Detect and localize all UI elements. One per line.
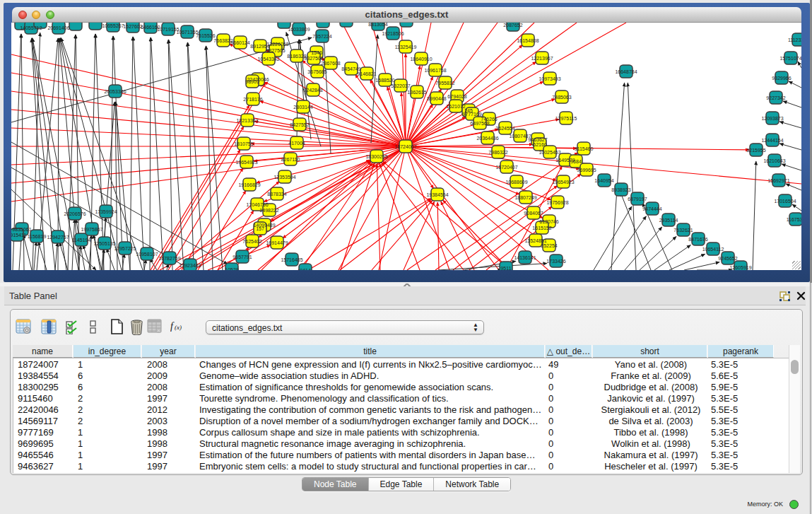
svg-text:9699695: 9699695 xyxy=(577,168,596,173)
svg-text:8660124: 8660124 xyxy=(230,40,249,45)
svg-text:6120746: 6120746 xyxy=(539,219,558,224)
svg-text:17016504: 17016504 xyxy=(774,199,796,204)
svg-text:9245652: 9245652 xyxy=(718,256,737,261)
svg-text:15751074: 15751074 xyxy=(779,56,801,61)
svg-text:15720407: 15720407 xyxy=(495,165,517,170)
svg-text:3624554: 3624554 xyxy=(495,126,514,131)
svg-text:12942757: 12942757 xyxy=(47,235,69,240)
svg-text:8454749: 8454749 xyxy=(341,66,360,71)
svg-text:18300295: 18300295 xyxy=(365,154,387,159)
svg-text:(x): (x) xyxy=(175,324,182,331)
svg-text:3915411: 3915411 xyxy=(11,233,26,238)
svg-text:19384554: 19384554 xyxy=(426,192,448,197)
svg-text:20053346: 20053346 xyxy=(104,89,126,94)
svg-text:10961758: 10961758 xyxy=(424,68,446,73)
svg-text:13226058: 13226058 xyxy=(266,42,288,47)
svg-text:9511: 9511 xyxy=(500,266,511,271)
svg-text:19654923: 19654923 xyxy=(235,160,257,165)
svg-text:7625402: 7625402 xyxy=(242,239,261,244)
svg-text:9835061: 9835061 xyxy=(12,227,31,232)
svg-text:8215955: 8215955 xyxy=(746,148,765,153)
svg-text:12213967: 12213967 xyxy=(531,56,553,61)
svg-text:1640954: 1640954 xyxy=(594,178,613,183)
svg-text:2718176: 2718176 xyxy=(243,97,262,102)
svg-text:12444154: 12444154 xyxy=(761,138,783,143)
svg-text:7986322: 7986322 xyxy=(488,150,507,155)
svg-text:18807249: 18807249 xyxy=(514,195,536,200)
svg-text:14136141: 14136141 xyxy=(514,255,536,260)
svg-text:12093873: 12093873 xyxy=(761,116,783,121)
svg-text:16914479: 16914479 xyxy=(266,240,288,245)
svg-text:5322037: 5322037 xyxy=(391,83,410,88)
svg-text:9657791: 9657791 xyxy=(233,255,252,259)
svg-text:9227342: 9227342 xyxy=(766,95,785,100)
svg-text:12975115: 12975115 xyxy=(555,116,577,121)
svg-text:12605919: 12605919 xyxy=(729,265,751,270)
svg-text:1615152: 1615152 xyxy=(532,226,551,230)
svg-text:157: 157 xyxy=(256,226,264,231)
svg-text:8990448: 8990448 xyxy=(427,96,446,101)
svg-text:10688609: 10688609 xyxy=(505,180,527,185)
svg-text:9084067: 9084067 xyxy=(524,211,543,216)
svg-text:18724007: 18724007 xyxy=(394,144,416,149)
svg-text:3675685: 3675685 xyxy=(307,69,326,74)
svg-text:17046766: 17046766 xyxy=(246,202,268,207)
svg-text:8427552: 8427552 xyxy=(290,122,309,127)
svg-text:19654923: 19654923 xyxy=(552,180,574,185)
svg-text:19975867: 19975867 xyxy=(81,227,102,232)
svg-text:10671355: 10671355 xyxy=(176,30,198,35)
svg-text:10529: 10529 xyxy=(225,267,239,271)
svg-text:17359924: 17359924 xyxy=(95,209,117,214)
svg-text:1621072: 1621072 xyxy=(446,104,465,109)
svg-text:13524851: 13524851 xyxy=(524,238,546,243)
svg-text:16154808: 16154808 xyxy=(517,38,539,43)
svg-text:19166829: 19166829 xyxy=(238,182,260,187)
svg-text:7632621: 7632621 xyxy=(673,228,693,233)
svg-text:15716485: 15716485 xyxy=(281,257,302,262)
svg-text:9327508: 9327508 xyxy=(304,56,323,61)
svg-text:6497568: 6497568 xyxy=(470,121,489,126)
svg-text:7357224: 7357224 xyxy=(312,34,331,39)
svg-text:10543342: 10543342 xyxy=(257,57,279,62)
svg-text:2935114: 2935114 xyxy=(659,218,678,223)
svg-text:62160: 62160 xyxy=(533,142,547,147)
svg-text:7515526: 7515526 xyxy=(196,33,215,38)
svg-text:2087652: 2087652 xyxy=(503,23,522,28)
svg-text:14055712: 14055712 xyxy=(20,25,42,30)
svg-text:9827505: 9827505 xyxy=(266,48,285,53)
svg-text:8471676: 8471676 xyxy=(688,237,707,242)
svg-text:11123357: 11123357 xyxy=(788,37,801,42)
svg-text:10654112: 10654112 xyxy=(702,247,724,252)
svg-text:16033809: 16033809 xyxy=(288,27,310,32)
svg-text:8878334: 8878334 xyxy=(267,192,286,197)
svg-text:9242848: 9242848 xyxy=(303,88,322,93)
svg-text:8938923: 8938923 xyxy=(611,187,630,192)
svg-text:10973493: 10973493 xyxy=(539,76,560,81)
svg-text:252254: 252254 xyxy=(541,243,557,248)
svg-text:9115460: 9115460 xyxy=(575,146,594,151)
svg-text:7955812: 7955812 xyxy=(435,81,454,86)
svg-text:9474444: 9474444 xyxy=(642,206,661,211)
svg-text:1498222: 1498222 xyxy=(259,208,278,213)
svg-text:17957225: 17957225 xyxy=(114,246,136,251)
svg-text:10958107: 10958107 xyxy=(136,252,158,257)
svg-text:20691406: 20691406 xyxy=(47,25,69,30)
svg-text:8267110: 8267110 xyxy=(281,157,300,162)
svg-text:10025453: 10025453 xyxy=(539,150,560,155)
svg-text:19218506: 19218506 xyxy=(382,31,404,36)
svg-text:19756928: 19756928 xyxy=(546,200,568,205)
svg-text:6794028: 6794028 xyxy=(447,94,466,99)
svg-text:9146821: 9146821 xyxy=(357,71,376,76)
svg-text:1546: 1546 xyxy=(311,50,322,55)
svg-text:20206576: 20206576 xyxy=(64,211,86,216)
svg-text:1145194: 1145194 xyxy=(72,238,91,243)
svg-text:1167533: 1167533 xyxy=(787,217,801,222)
svg-text:12353594: 12353594 xyxy=(273,175,295,180)
svg-text:7485063: 7485063 xyxy=(552,95,571,100)
svg-text:417004: 417004 xyxy=(288,141,305,146)
svg-text:1810755: 1810755 xyxy=(234,141,253,146)
svg-text:11325419: 11325419 xyxy=(395,45,417,49)
svg-text:9463627: 9463627 xyxy=(528,137,547,142)
svg-text:8813054: 8813054 xyxy=(368,23,387,27)
svg-text:16782759: 16782759 xyxy=(158,256,180,261)
